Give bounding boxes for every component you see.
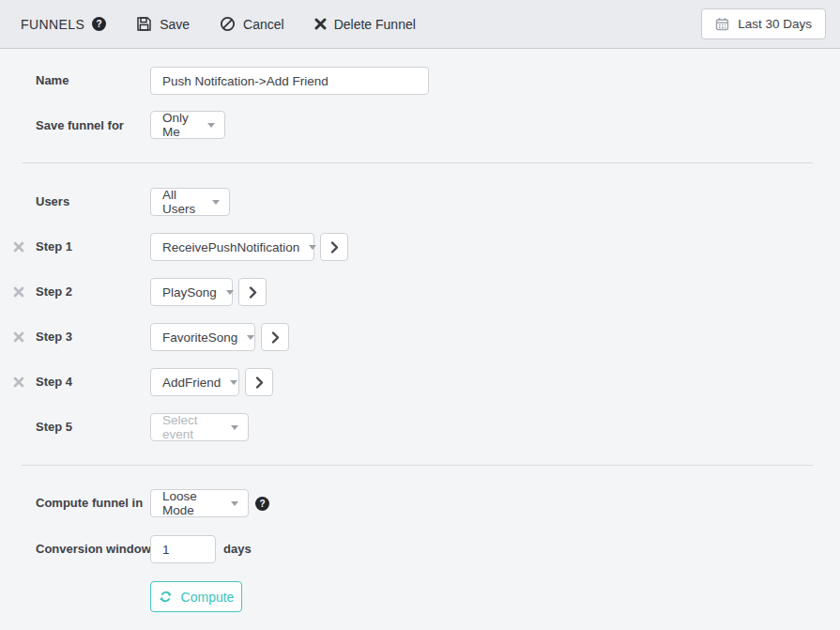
next-step-icon — [330, 241, 339, 254]
users-dropdown[interactable]: All Users — [150, 188, 230, 216]
save-button-label: Save — [160, 17, 190, 32]
step-3-event-dropdown[interactable]: FavoriteSong — [150, 323, 255, 351]
page-title: FUNNELS — [21, 17, 84, 32]
step-1-expand-button[interactable] — [320, 233, 348, 261]
conversion-window-label: Conversion window — [36, 543, 151, 556]
cancel-icon — [220, 16, 236, 32]
section-divider — [22, 162, 813, 163]
date-range-button[interactable]: Last 30 Days — [701, 8, 826, 39]
step-2-event-dropdown[interactable]: PlaySong — [150, 278, 233, 306]
dropdown-caret-icon — [212, 200, 220, 205]
funnel-editor-page: FUNNELS ? Save Cancel — [0, 0, 840, 630]
dropdown-caret-icon — [309, 245, 316, 250]
delete-icon — [314, 18, 327, 30]
dropdown-caret-icon — [231, 425, 238, 430]
compute-mode-value: Loose Mode — [162, 489, 221, 517]
conversion-window-input[interactable] — [150, 535, 216, 563]
compute-mode-help-icon[interactable]: ? — [255, 497, 269, 511]
step-5-event-dropdown[interactable]: Select event — [150, 413, 249, 441]
step-4-expand-button[interactable] — [245, 368, 273, 396]
next-step-icon — [249, 286, 257, 299]
funnels-help-icon[interactable]: ? — [92, 17, 106, 31]
remove-step-3-button[interactable] — [13, 331, 24, 343]
dropdown-caret-icon — [231, 501, 238, 506]
compute-button-label: Compute — [181, 590, 235, 605]
compute-mode-label: Compute funnel in — [36, 497, 143, 510]
next-step-icon — [271, 331, 280, 344]
date-range-label: Last 30 Days — [738, 17, 812, 31]
step-3-expand-button[interactable] — [261, 323, 289, 351]
remove-step-4-button[interactable] — [13, 376, 24, 388]
remove-step-icon — [13, 376, 24, 388]
save-button[interactable]: Save — [136, 16, 190, 32]
remove-step-icon — [13, 241, 24, 253]
step-2-label: Step 2 — [36, 285, 72, 299]
save-icon — [136, 16, 152, 32]
section-divider — [22, 465, 813, 466]
refresh-icon — [159, 590, 173, 604]
step-1-label: Step 1 — [36, 240, 72, 254]
toolbar: FUNNELS ? Save Cancel — [0, 0, 840, 49]
funnel-name-input[interactable] — [150, 67, 429, 95]
dropdown-caret-icon — [247, 335, 254, 340]
save-for-label: Save funnel for — [36, 119, 124, 132]
cancel-button[interactable]: Cancel — [220, 16, 284, 32]
users-label: Users — [36, 195, 69, 208]
save-for-dropdown[interactable]: Only Me — [150, 111, 225, 139]
step-4-event-dropdown[interactable]: AddFriend — [150, 368, 239, 396]
conversion-unit-label: days — [223, 543, 252, 556]
dropdown-caret-icon — [207, 123, 215, 128]
step-4-label: Step 4 — [36, 376, 72, 389]
step-1-event-dropdown[interactable]: ReceivePushNotification — [150, 233, 314, 261]
dropdown-caret-icon — [230, 380, 237, 385]
calendar-icon — [715, 17, 729, 31]
step-1-event-value: ReceivePushNotification — [162, 240, 299, 254]
remove-step-icon — [13, 286, 24, 298]
compute-mode-dropdown[interactable]: Loose Mode — [150, 489, 249, 517]
step-4-event-value: AddFriend — [162, 376, 221, 390]
funnels-title-group: FUNNELS ? — [21, 17, 106, 32]
delete-funnel-button-label: Delete Funnel — [334, 17, 416, 32]
cancel-button-label: Cancel — [243, 17, 284, 32]
users-value: All Users — [162, 188, 203, 216]
dropdown-caret-icon — [226, 290, 234, 295]
delete-funnel-button[interactable]: Delete Funnel — [314, 17, 416, 32]
step-5-label: Step 5 — [36, 421, 72, 434]
step-5-event-placeholder: Select event — [162, 413, 221, 441]
name-label: Name — [36, 74, 69, 87]
remove-step-icon — [13, 331, 24, 343]
remove-step-1-button[interactable] — [13, 241, 24, 253]
step-2-event-value: PlaySong — [162, 285, 217, 300]
compute-button[interactable]: Compute — [150, 581, 242, 612]
save-for-value: Only Me — [162, 111, 198, 139]
step-3-event-value: FavoriteSong — [162, 330, 237, 345]
step-2-expand-button[interactable] — [238, 278, 267, 306]
remove-step-2-button[interactable] — [13, 286, 24, 298]
step-3-label: Step 3 — [36, 330, 72, 344]
next-step-icon — [255, 376, 264, 389]
